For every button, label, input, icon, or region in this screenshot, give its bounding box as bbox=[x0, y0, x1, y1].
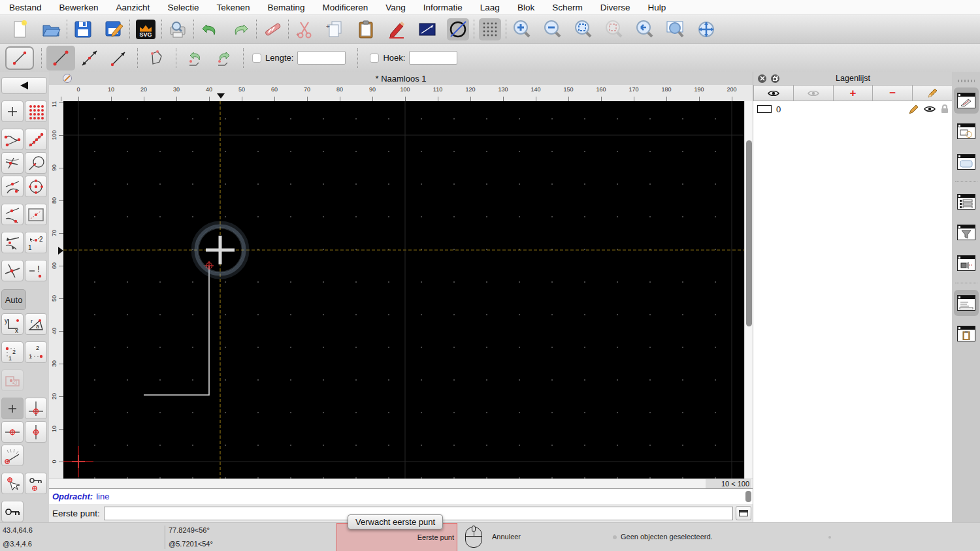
panel-float-button[interactable] bbox=[771, 74, 779, 83]
command-options-button[interactable] bbox=[736, 506, 751, 520]
auto-snap-button[interactable]: Auto bbox=[1, 289, 26, 310]
save-button[interactable] bbox=[72, 18, 94, 40]
zoom-redraw-button[interactable] bbox=[634, 18, 656, 40]
layer-visibility-icon[interactable] bbox=[924, 105, 936, 113]
pen-attributes-button[interactable] bbox=[385, 18, 408, 40]
line-infinite-button[interactable] bbox=[75, 46, 104, 71]
add-layer-button[interactable]: + bbox=[834, 85, 874, 101]
vertical-scrollbar[interactable] bbox=[744, 101, 753, 479]
zoom-in-button[interactable] bbox=[511, 18, 533, 40]
draft-mode-button[interactable] bbox=[447, 18, 469, 40]
restrict-nothing-button[interactable] bbox=[1, 398, 24, 419]
zoom-auto-button[interactable] bbox=[572, 18, 595, 40]
menu-item[interactable]: Vang bbox=[385, 3, 406, 12]
snap-intersection-auto-button[interactable] bbox=[1, 152, 24, 174]
grid-toggle-button[interactable] bbox=[479, 18, 501, 40]
zoom-previous-button[interactable] bbox=[603, 18, 625, 40]
menu-item[interactable]: Scherm bbox=[552, 3, 583, 12]
zoom-window-button[interactable] bbox=[664, 18, 687, 40]
dock-library-window-button[interactable] bbox=[954, 149, 979, 175]
snap-intersection-button[interactable] bbox=[1, 260, 24, 281]
coordinate-cartesian-button[interactable]: yx bbox=[1, 313, 24, 335]
svg-export-button[interactable]: SVG bbox=[135, 18, 157, 40]
menu-item[interactable]: Laag bbox=[480, 3, 500, 12]
snap-relative-button[interactable] bbox=[1, 232, 24, 253]
coordinate-polar-button[interactable]: ra bbox=[25, 313, 47, 335]
unlock-relative-zero-button[interactable] bbox=[1, 501, 24, 522]
menu-item[interactable]: Aanzicht bbox=[116, 3, 150, 12]
dock-list-window-button[interactable] bbox=[954, 189, 979, 215]
zoom-pan-button[interactable] bbox=[695, 18, 717, 40]
dock-projector-window-button[interactable] bbox=[954, 250, 979, 276]
history-scrollbar-thumb[interactable] bbox=[745, 491, 751, 502]
remove-layer-button[interactable]: − bbox=[873, 85, 913, 101]
cut-button[interactable]: + bbox=[293, 18, 316, 40]
layer-lock-icon[interactable] bbox=[941, 104, 949, 114]
undo-button[interactable] bbox=[199, 18, 221, 40]
snap-middle-button[interactable] bbox=[1, 204, 24, 225]
dock-block-window-button[interactable] bbox=[954, 118, 979, 144]
set-relative-zero-button[interactable] bbox=[1, 473, 24, 494]
restrict-vertical-button[interactable] bbox=[25, 421, 47, 443]
snap-perpendicular-button[interactable] bbox=[25, 152, 47, 174]
snap-on-entity-button[interactable] bbox=[25, 129, 47, 150]
edit-layer-button[interactable] bbox=[913, 85, 953, 101]
new-file-button[interactable] bbox=[9, 18, 31, 40]
restrict-orthogonal-button[interactable] bbox=[25, 398, 47, 419]
menu-item[interactable]: Bewerken bbox=[59, 3, 99, 12]
select-entities-button[interactable] bbox=[1, 370, 24, 391]
back-button[interactable] bbox=[1, 77, 47, 94]
panel-close-button[interactable] bbox=[758, 74, 766, 83]
dock-layer-window-button[interactable] bbox=[954, 87, 979, 114]
menu-item[interactable]: Bestand bbox=[9, 3, 42, 12]
menu-item[interactable]: Tekenen bbox=[216, 3, 250, 12]
menu-item[interactable]: Informatie bbox=[423, 3, 463, 12]
menu-item[interactable]: Modificeren bbox=[323, 3, 368, 12]
menu-item[interactable]: Hulp bbox=[647, 3, 666, 12]
polyline-button[interactable] bbox=[142, 46, 171, 71]
dock-clipboard-window-button[interactable] bbox=[954, 321, 979, 347]
snap-center-button[interactable] bbox=[25, 176, 47, 197]
relative-zero-1-button[interactable]: 12 bbox=[1, 341, 24, 363]
dock-command-window-button[interactable] bbox=[954, 290, 979, 316]
menu-item[interactable]: Blok bbox=[517, 3, 534, 12]
dock-handle[interactable] bbox=[958, 80, 975, 82]
snap-sequence-button[interactable]: 12 bbox=[25, 232, 47, 253]
show-all-layers-button[interactable] bbox=[753, 85, 794, 101]
snap-distance-button[interactable] bbox=[25, 204, 47, 225]
lock-relative-zero-button[interactable] bbox=[25, 473, 47, 494]
menu-item[interactable]: Selectie bbox=[167, 3, 199, 12]
snap-free-button[interactable] bbox=[1, 101, 24, 122]
ray-button[interactable] bbox=[104, 46, 133, 71]
snap-grid-button[interactable] bbox=[25, 101, 47, 122]
layer-color-swatch[interactable] bbox=[757, 105, 772, 113]
menu-item[interactable]: Bemating bbox=[267, 3, 304, 12]
hide-all-layers-button[interactable] bbox=[794, 85, 834, 101]
restrict-horizontal-button[interactable] bbox=[1, 421, 24, 443]
angle-input[interactable] bbox=[409, 51, 457, 65]
relative-zero-2-button[interactable]: 12 bbox=[25, 341, 47, 363]
dock-filter-window-button[interactable] bbox=[954, 219, 979, 245]
length-checkbox[interactable] bbox=[252, 54, 261, 63]
polyline-undo-button[interactable] bbox=[181, 46, 210, 71]
layer-row[interactable]: 0 bbox=[753, 101, 953, 117]
zoom-out-button[interactable] bbox=[542, 18, 564, 40]
snap-endpoints-button[interactable] bbox=[1, 129, 24, 150]
menu-item[interactable]: Diverse bbox=[600, 3, 630, 12]
save-as-button[interactable] bbox=[103, 18, 125, 40]
redo-button[interactable] bbox=[229, 18, 252, 40]
open-file-button[interactable] bbox=[40, 18, 62, 40]
polyline-redo-button[interactable] bbox=[210, 46, 238, 71]
snap-tangent-button[interactable] bbox=[1, 176, 24, 197]
print-preview-button[interactable] bbox=[167, 18, 189, 40]
paste-button[interactable] bbox=[355, 18, 377, 40]
angle-snap-button[interactable] bbox=[1, 445, 24, 466]
horizontal-scrollbar[interactable]: 10 < 100 bbox=[49, 479, 753, 488]
drawing-canvas[interactable] bbox=[63, 101, 744, 479]
length-input[interactable] bbox=[297, 51, 346, 65]
copy-button[interactable]: + bbox=[324, 18, 346, 40]
restrict-limit-button[interactable]: ! bbox=[25, 260, 47, 281]
vertical-scrollbar-thumb[interactable] bbox=[746, 140, 752, 326]
line-attributes-button[interactable] bbox=[416, 18, 438, 40]
edit-layer-icon[interactable] bbox=[909, 104, 919, 114]
